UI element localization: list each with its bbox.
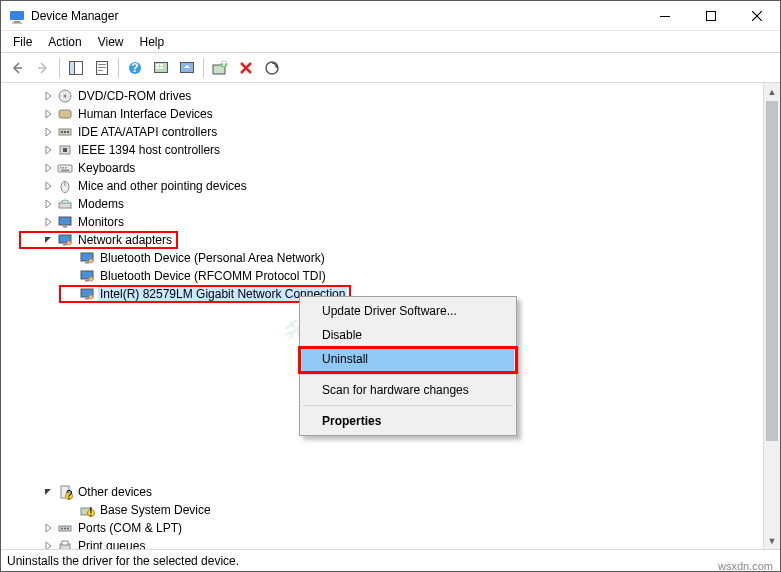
svg-rect-15	[160, 64, 163, 66]
svg-text:+: +	[220, 60, 227, 70]
hid-icon	[57, 106, 73, 122]
svg-rect-34	[63, 167, 65, 169]
svg-rect-14	[156, 64, 159, 66]
tree-item-label: IDE ATA/ATAPI controllers	[76, 125, 219, 139]
tree-item-label: Modems	[76, 197, 126, 211]
add-hardware-button[interactable]: +	[208, 56, 232, 80]
svg-point-63	[67, 528, 69, 530]
tree-item[interactable]: Modems	[1, 195, 763, 213]
svg-rect-41	[63, 226, 67, 228]
svg-text:?: ?	[66, 488, 73, 501]
context-menu-item[interactable]: Disable	[302, 323, 514, 347]
expand-icon	[41, 89, 55, 103]
svg-text:?: ?	[131, 61, 138, 75]
show-tree-button[interactable]	[64, 56, 88, 80]
tree-item[interactable]: ?Other devices	[1, 483, 763, 501]
net-icon	[79, 250, 95, 266]
expand-icon	[41, 179, 55, 193]
maximize-button[interactable]	[688, 1, 734, 30]
tree-item-label: Keyboards	[76, 161, 137, 175]
scroll-thumb[interactable]	[766, 101, 778, 441]
menu-help[interactable]: Help	[132, 33, 173, 51]
back-button[interactable]	[5, 56, 29, 80]
tree-item[interactable]: IEEE 1394 host controllers	[1, 141, 763, 159]
menu-file[interactable]: File	[5, 33, 40, 51]
ieee-icon	[57, 142, 73, 158]
printer-icon	[57, 538, 73, 549]
tree-item[interactable]: IDE ATA/ATAPI controllers	[1, 123, 763, 141]
svg-rect-40	[59, 217, 71, 225]
net-icon	[79, 268, 95, 284]
window-buttons	[642, 1, 780, 30]
tree-item-label: Mice and other pointing devices	[76, 179, 249, 193]
svg-point-62	[64, 528, 66, 530]
app-icon	[9, 8, 25, 24]
port-icon	[57, 520, 73, 536]
tree-item-label: Base System Device	[98, 503, 213, 517]
svg-rect-3	[660, 16, 670, 17]
tree-item[interactable]: Keyboards	[1, 159, 763, 177]
tree-item-label: Bluetooth Device (Personal Area Network)	[98, 251, 327, 265]
expand-icon	[41, 215, 55, 229]
expand-icon	[41, 143, 55, 157]
tree-item[interactable]: Print queues	[1, 537, 763, 549]
tree-item[interactable]: DVD/CD-ROM drives	[1, 87, 763, 105]
svg-rect-0	[10, 11, 24, 20]
tree-item-label: Bluetooth Device (RFCOMM Protocol TDI)	[98, 269, 328, 283]
close-button[interactable]	[734, 1, 780, 30]
scroll-up-button[interactable]: ▲	[764, 83, 780, 100]
expand-icon	[41, 521, 55, 535]
context-menu-item[interactable]: Properties	[302, 409, 514, 433]
forward-button[interactable]	[31, 56, 55, 80]
minimize-button[interactable]	[642, 1, 688, 30]
scan-button[interactable]	[260, 56, 284, 80]
scroll-down-button[interactable]: ▼	[764, 532, 780, 549]
modem-icon	[57, 196, 73, 212]
expand-icon	[41, 125, 55, 139]
context-menu-item[interactable]: Uninstall	[302, 347, 514, 371]
properties-button[interactable]	[90, 56, 114, 80]
content-area: DVD/CD-ROM drivesHuman Interface Devices…	[1, 83, 780, 549]
svg-point-61	[61, 528, 63, 530]
tree-item-label: Monitors	[76, 215, 126, 229]
svg-rect-33	[60, 167, 62, 169]
svg-rect-10	[98, 70, 103, 71]
tree-item[interactable]: Mice and other pointing devices	[1, 177, 763, 195]
uninstall-button[interactable]	[234, 56, 258, 80]
tree-item[interactable]: Ports (COM & LPT)	[1, 519, 763, 537]
view-grid-button[interactable]	[149, 56, 173, 80]
menu-action[interactable]: Action	[40, 33, 89, 51]
tree-item-label: Human Interface Devices	[76, 107, 215, 121]
toolbar-separator	[118, 58, 119, 78]
tree-item[interactable]: Bluetooth Device (Personal Area Network)	[1, 249, 763, 267]
svg-rect-9	[98, 67, 106, 68]
svg-point-47	[89, 259, 93, 263]
tree-item-label: Ports (COM & LPT)	[76, 521, 184, 535]
menu-view[interactable]: View	[90, 33, 132, 51]
svg-rect-1	[14, 21, 20, 23]
context-menu-item[interactable]: Update Driver Software...	[302, 299, 514, 323]
tree-item-label: Print queues	[76, 539, 147, 549]
collapse-icon[interactable]	[41, 485, 55, 499]
tree-item[interactable]: !Base System Device	[1, 501, 763, 519]
vertical-scrollbar[interactable]: ▲ ▼	[763, 83, 780, 549]
view-monitor-button[interactable]	[175, 56, 199, 80]
device-manager-window: Device Manager File Action View Help ? +…	[0, 0, 781, 572]
svg-text:!: !	[89, 505, 92, 519]
tree-item[interactable]: Network adapters	[1, 231, 763, 249]
context-menu-item[interactable]: Scan for hardware changes	[302, 378, 514, 402]
expand-icon	[41, 107, 55, 121]
svg-rect-8	[98, 64, 106, 65]
svg-rect-65	[62, 541, 68, 545]
menu-separator	[303, 405, 513, 406]
tree-item[interactable]: Human Interface Devices	[1, 105, 763, 123]
expand-icon	[41, 161, 55, 175]
titlebar: Device Manager	[1, 1, 780, 31]
svg-point-50	[89, 277, 93, 281]
svg-rect-2	[12, 22, 22, 23]
tree-item[interactable]: Bluetooth Device (RFCOMM Protocol TDI)	[1, 267, 763, 285]
help-button[interactable]: ?	[123, 56, 147, 80]
tree-item-label: Other devices	[76, 485, 154, 499]
ide-icon	[57, 124, 73, 140]
tree-item[interactable]: Monitors	[1, 213, 763, 231]
